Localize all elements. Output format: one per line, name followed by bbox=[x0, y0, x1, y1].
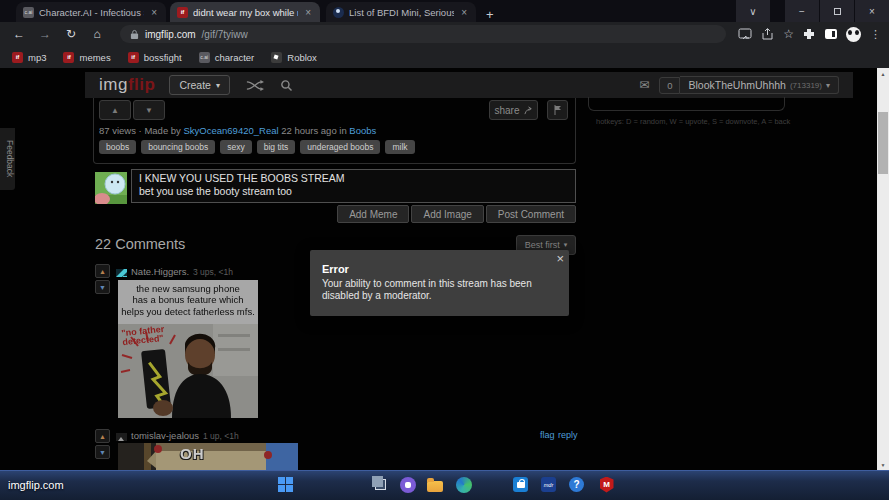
shuffle-icon[interactable] bbox=[246, 80, 264, 91]
hotkeys-hint: hotkeys: D = random, W = upvote, S = dow… bbox=[596, 117, 790, 126]
bookmark-bossfight[interactable]: ifbossfight bbox=[128, 52, 182, 63]
tag[interactable]: bouncing boobs bbox=[141, 140, 215, 154]
comment-downvote-button[interactable]: ▼ bbox=[95, 445, 110, 459]
home-icon[interactable]: ⌂ bbox=[86, 27, 108, 41]
stream-link[interactable]: Boobs bbox=[349, 125, 376, 136]
profile-avatar[interactable] bbox=[846, 27, 861, 42]
modal-close-icon[interactable]: × bbox=[556, 251, 564, 266]
browser-tab-strip: c.ai Character.AI - Infectious Smile × i… bbox=[0, 0, 889, 22]
reload-icon[interactable]: ↻ bbox=[60, 27, 82, 41]
task-view-icon bbox=[375, 479, 386, 490]
clipchamp-app-button[interactable] bbox=[399, 476, 416, 493]
kebab-menu-icon[interactable]: ⋮ bbox=[870, 28, 881, 41]
commenter-name[interactable]: tomislav-jealous bbox=[131, 430, 199, 441]
error-modal: × Error Your ability to comment in this … bbox=[310, 250, 569, 316]
lock-icon bbox=[130, 29, 139, 40]
edge-button[interactable] bbox=[455, 476, 472, 493]
close-icon[interactable]: × bbox=[303, 7, 313, 18]
bookmark-memes[interactable]: ifmemes bbox=[63, 52, 110, 63]
restore-button[interactable] bbox=[820, 0, 854, 22]
bfdi-wiki-favicon bbox=[333, 7, 344, 18]
username-menu[interactable]: BlookTheUhmUhhhh (713319) ▾ bbox=[680, 76, 839, 94]
bookmark-roblox[interactable]: Roblox bbox=[271, 52, 317, 63]
scroll-up-icon[interactable]: ▲ bbox=[877, 68, 889, 79]
caret-down-icon: ▾ bbox=[826, 81, 830, 90]
bookmark-character[interactable]: c.aicharacter bbox=[199, 52, 255, 63]
commenter-avatar bbox=[116, 430, 127, 441]
microsoft-store-button[interactable] bbox=[512, 476, 529, 493]
tab-imgflip[interactable]: if didnt wear my box while making × bbox=[170, 2, 320, 22]
bookmark-label: Roblox bbox=[287, 52, 317, 63]
downvote-button[interactable]: ▼ bbox=[133, 100, 165, 120]
messages-envelope-icon[interactable]: ✉ bbox=[639, 78, 649, 92]
feedback-tab[interactable]: Feedback bbox=[0, 128, 15, 190]
side-panel-icon[interactable] bbox=[825, 29, 837, 39]
comment-downvote-button[interactable]: ▼ bbox=[95, 280, 110, 294]
bookmark-mp3[interactable]: ifmp3 bbox=[12, 52, 46, 63]
gif-byline: 87 views · Made by SkyOcean69420_Real 22… bbox=[99, 125, 376, 136]
username: BlookTheUhmUhhhh bbox=[688, 79, 785, 91]
scrollbar-thumb[interactable] bbox=[878, 112, 888, 174]
file-explorer-button[interactable] bbox=[426, 476, 443, 493]
imgflip-logo[interactable]: imgflip bbox=[99, 75, 155, 95]
forward-icon[interactable]: → bbox=[34, 27, 56, 41]
create-label: Create bbox=[179, 79, 211, 91]
tab-character-ai[interactable]: c.ai Character.AI - Infectious Smile × bbox=[16, 2, 166, 22]
toolbar-icons: ☆ ⋮ bbox=[738, 27, 881, 42]
windows-logo-icon bbox=[278, 477, 285, 484]
close-icon[interactable]: × bbox=[459, 7, 469, 18]
new-tab-button[interactable]: + bbox=[486, 7, 494, 22]
comment-image[interactable]: OH bbox=[118, 443, 298, 470]
tag[interactable]: big tits bbox=[257, 140, 296, 154]
start-button[interactable] bbox=[277, 476, 294, 493]
search-icon[interactable] bbox=[280, 79, 293, 92]
scrollbar[interactable]: ▲ ▼ bbox=[877, 68, 889, 470]
mcafee-button[interactable]: M bbox=[598, 476, 615, 493]
mdr-app-button[interactable]: mdr bbox=[540, 476, 557, 493]
cartoon-image bbox=[118, 443, 298, 470]
imgflip-favicon: if bbox=[128, 52, 139, 63]
upvote-button[interactable]: ▲ bbox=[99, 100, 131, 120]
comment-meme-image[interactable]: the new samsung phone has a bonus featur… bbox=[118, 280, 258, 418]
commenter-name[interactable]: Nate.Higgers. bbox=[131, 266, 189, 277]
tag[interactable]: boobs bbox=[99, 140, 136, 154]
add-image-button[interactable]: Add Image bbox=[411, 205, 483, 223]
flag-button[interactable] bbox=[547, 100, 568, 120]
bookmark-star-icon[interactable]: ☆ bbox=[783, 27, 794, 41]
cast-icon[interactable] bbox=[738, 28, 752, 40]
comment-upvote-button[interactable]: ▲ bbox=[95, 429, 110, 443]
user-id: (713319) bbox=[790, 81, 822, 90]
add-meme-button[interactable]: Add Meme bbox=[337, 205, 409, 223]
modal-title: Error bbox=[322, 263, 349, 275]
close-icon[interactable]: × bbox=[149, 7, 159, 18]
scroll-down-icon[interactable]: ▼ bbox=[877, 459, 889, 470]
minimize-button[interactable]: − bbox=[785, 0, 819, 22]
tag[interactable]: underaged boobs bbox=[300, 140, 380, 154]
back-icon[interactable]: ← bbox=[8, 27, 30, 41]
mdr-app-icon: mdr bbox=[541, 477, 556, 492]
comment-textarea[interactable]: I KNEW YOU USED THE BOOBS STREAM bet you… bbox=[131, 169, 576, 203]
caret-down-icon: ▾ bbox=[216, 81, 220, 90]
notification-count[interactable]: 0 bbox=[659, 77, 680, 94]
tag[interactable]: sexy bbox=[220, 140, 251, 154]
create-button[interactable]: Create▾ bbox=[169, 75, 230, 95]
address-bar[interactable]: imgflip.com/gif/7tyiww bbox=[120, 25, 726, 43]
extensions-icon[interactable] bbox=[803, 28, 816, 41]
folder-icon bbox=[427, 481, 443, 492]
tab-bfdi-wiki[interactable]: List of BFDI Mini, Seriously! conte × bbox=[326, 2, 476, 22]
bookmark-label: character bbox=[215, 52, 255, 63]
tab-search-icon[interactable]: ∨ bbox=[736, 0, 770, 22]
close-window-button[interactable]: × bbox=[855, 0, 889, 22]
comment-upvote-button[interactable]: ▲ bbox=[95, 264, 110, 278]
share-icon[interactable] bbox=[761, 28, 774, 40]
author-link[interactable]: SkyOcean69420_Real bbox=[184, 125, 279, 136]
tag[interactable]: milk bbox=[385, 140, 414, 154]
comment-flag-link[interactable]: flag bbox=[540, 430, 555, 440]
share-button[interactable]: share bbox=[489, 100, 538, 120]
comment-meta: 3 ups, <1h bbox=[193, 267, 233, 277]
task-view-button[interactable] bbox=[372, 476, 389, 493]
get-help-button[interactable]: ? bbox=[568, 476, 585, 493]
comment-reply-link[interactable]: reply bbox=[558, 430, 578, 440]
imgflip-favicon: if bbox=[12, 52, 23, 63]
post-comment-button[interactable]: Post Comment bbox=[486, 205, 576, 223]
